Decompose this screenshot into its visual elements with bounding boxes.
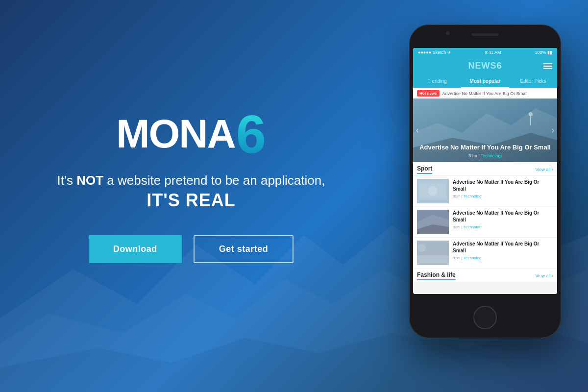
status-right: 100% ▮▮ [535,50,552,55]
phone-speaker [472,33,499,36]
svg-point-6 [529,112,533,116]
status-time: 9:41 AM [485,50,501,55]
news-meta-1: 31m | Technologi [453,194,553,198]
phone-screen: ●●●●● Sketch ✈ 9:41 AM 100% ▮▮ NEWS6 Tre… [413,48,557,294]
app-title: NEWS6 [468,61,502,71]
tab-editor-picks[interactable]: Editor Picks [509,75,557,88]
news-item-2[interactable]: Advertise No Matter If You Are Big Or Sm… [413,207,557,238]
fashion-section-header: Fashion & life View all › [413,269,557,282]
hamburger-icon[interactable] [543,63,552,69]
hero-next-arrow[interactable]: › [552,126,554,135]
breaking-news-text: Advertise No Matter If You Are Big Or Sm… [442,91,528,96]
get-started-button[interactable]: Get started [194,235,294,263]
cta-buttons: Download Get started [89,235,294,263]
phone-mockup: ●●●●● Sketch ✈ 9:41 AM 100% ▮▮ NEWS6 Tre… [402,10,568,382]
news-meta-2: 31m | Technologi [453,225,553,229]
status-bar: ●●●●● Sketch ✈ 9:41 AM 100% ▮▮ [413,48,557,57]
sport-section-title: Sport [417,165,432,174]
hero-category-link[interactable]: Technologi [481,153,502,158]
breaking-news-bar: Hot news Advertise No Matter If You Are … [413,88,557,98]
svg-rect-15 [417,255,449,265]
download-button[interactable]: Download [89,235,182,263]
hero-news-content: Advertise No Matter If You Are Big Or Sm… [413,140,557,162]
phone-home-button[interactable] [473,306,497,329]
news-title-3: Advertise No Matter If You Are Big Or Sm… [453,241,553,254]
sport-section-header: Sport View all › [413,162,557,176]
news-title-1: Advertise No Matter If You Are Big Or Sm… [453,179,553,193]
news-info-1: Advertise No Matter If You Are Big Or Sm… [453,179,553,198]
logo-number: 6 [236,110,266,158]
tab-most-popular[interactable]: Most popular [461,75,509,88]
tagline: It's NOT a website pretend to be an appl… [57,173,325,211]
app-navbar: NEWS6 [413,57,557,75]
news-info-2: Advertise No Matter If You Are Big Or Sm… [453,210,553,229]
logo-mona: MONA [116,114,235,154]
sport-view-all[interactable]: View all › [536,167,553,172]
fashion-section-title: Fashion & life [417,271,456,280]
hero-news-title: Advertise No Matter If You Are Big Or Sm… [417,144,553,152]
tagline-line1: It's NOT a website pretend to be an appl… [57,173,325,188]
news-item-1[interactable]: Advertise No Matter If You Are Big Or Sm… [413,176,557,207]
svg-point-10 [428,186,438,196]
hero-news-card: ‹ › [413,98,557,162]
news-thumbnail-3 [417,241,449,265]
phone-body: ●●●●● Sketch ✈ 9:41 AM 100% ▮▮ NEWS6 Tre… [409,24,561,338]
left-content-area: MONA 6 It's NOT a website pretend to be … [0,0,382,392]
news-info-3: Advertise No Matter If You Are Big Or Sm… [453,241,553,260]
news-thumbnail-1 [417,179,449,203]
hero-prev-arrow[interactable]: ‹ [416,126,418,135]
phone-camera [446,31,450,35]
news-item-3[interactable]: Advertise No Matter If You Are Big Or Sm… [413,238,557,269]
logo-container: MONA 6 [116,110,266,158]
news-thumbnail-2 [417,210,449,234]
status-left: ●●●●● Sketch ✈ [418,50,451,55]
svg-point-16 [418,244,426,252]
tagline-line2: IT'S REAL [57,190,325,211]
hero-news-meta: 31m | Technologi [417,153,553,158]
hot-news-badge: Hot news [417,90,440,97]
news-meta-3: 31m | Technologi [453,256,553,260]
tab-trending[interactable]: Trending [413,75,461,88]
fashion-view-all[interactable]: View all › [536,273,553,278]
app-tabs: Trending Most popular Editor Picks [413,75,557,88]
news-title-2: Advertise No Matter If You Are Big Or Sm… [453,210,553,223]
